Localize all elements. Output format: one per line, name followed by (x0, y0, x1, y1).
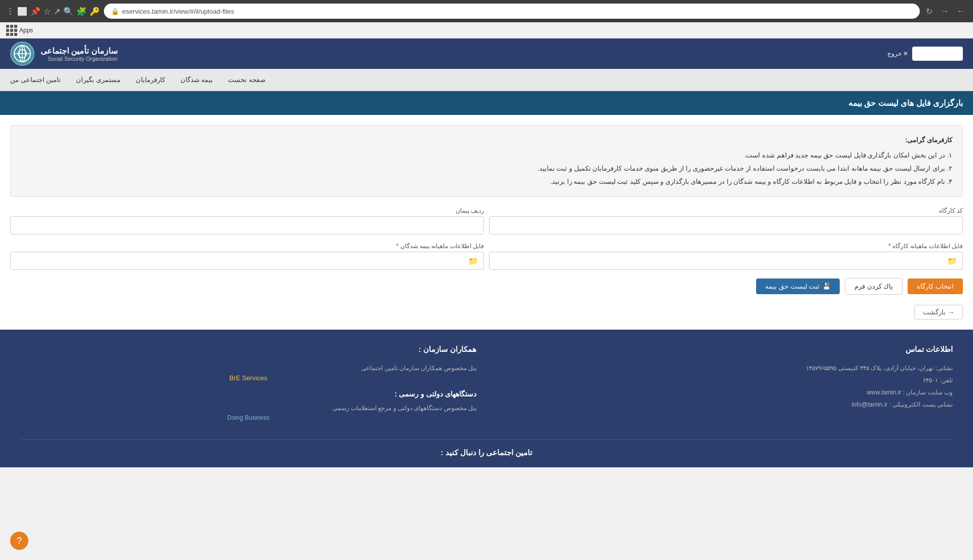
colleagues-sub1: پنل مخصوص همکاران سازمان تامین اجتماعی B… (20, 362, 476, 382)
browser-chrome: ← → ↻ 🔒 eservices.tamin.ir/view/#/il/upl… (0, 0, 973, 22)
share-icon: ↗ (54, 7, 60, 16)
address-label: نشانی: (935, 365, 953, 372)
info-line-2: ۲. برای ارسال لیست حق بیمه ماهانه ابتدا … (21, 162, 952, 175)
pin-icon: 📌 (30, 7, 41, 16)
form-group-workshop-file: فایل اطلاعات ماهیانه کارگاه * 📁 (489, 243, 963, 270)
browser-toolbar: 🔑 🧩 🔍 ↗ ☆ 📌 ⬜ ⋮ (6, 7, 100, 16)
lock-icon: 🔒 (111, 8, 119, 15)
nav-item-insured[interactable]: بیمه شدگان (180, 70, 213, 90)
contact-phone: تلفن: ۶۴۵۰۱ (497, 374, 953, 386)
logout-section: ✕ خروج (887, 47, 963, 61)
nav-item-home[interactable]: صفحه نخست (228, 70, 266, 90)
contact-address: نشانی: تهران، خیابان آزادی، پلاک ۳۴۵ کدپ… (497, 362, 953, 374)
page-title: بارگزاری فایل های لیست حق بیمه (848, 99, 963, 107)
form-group-insured-file: فایل اطلاعات ماهیانه بیمه شدگان * 📁 (10, 243, 484, 270)
form-row-files: فایل اطلاعات ماهیانه کارگاه * 📁 فایل اطل… (10, 243, 963, 270)
colleagues-link1[interactable]: BrE Services (20, 374, 476, 382)
logo-section: سازمان تأمین اجتماعی Social Security Org… (10, 42, 118, 66)
contact-website: وب سایت سازمان : www.tamin.ir (497, 386, 953, 398)
extensions-icon: 🧩 (77, 7, 87, 16)
menu-icon[interactable]: ⋮ (6, 7, 14, 16)
colleagues-title: همکاران سازمان : (20, 345, 476, 354)
workshop-file-input[interactable]: 📁 (489, 252, 963, 270)
site-footer: اطلاعات تماس نشانی: تهران، خیابان آزادی،… (0, 330, 973, 467)
select-workshop-label: انتخاب کارگاه (917, 283, 954, 290)
refresh-button[interactable]: ↻ (924, 5, 934, 18)
register-btn[interactable]: 💾 ثبت لیست حق بیمه (756, 278, 840, 294)
bookmark-icon: ☆ (44, 7, 51, 16)
site-header: ✕ خروج سازمان تأمین اجتماعی Social Secur… (0, 38, 973, 69)
zoom-icon: 🔍 (63, 7, 73, 16)
workshop-file-label: فایل اطلاعات ماهیانه کارگاه * (489, 243, 963, 250)
government-subtitle1: پنل مخصوص دستگاههای دولتی و مرجع استعلام… (20, 402, 476, 414)
contact-title: اطلاعات تماس (497, 345, 953, 354)
logout-button[interactable]: ✕ خروج (887, 50, 908, 57)
contract-row-input[interactable] (10, 216, 484, 234)
select-workshop-btn[interactable]: انتخاب کارگاه (908, 278, 963, 294)
insured-file-input[interactable]: 📁 (10, 252, 484, 270)
contract-row-label: ردیف پیمان (10, 207, 484, 214)
form-group-contract-row: ردیف پیمان (10, 207, 484, 234)
insured-file-label: فایل اطلاعات ماهیانه بیمه شدگان * (10, 243, 484, 250)
colleagues-subtitle1: پنل مخصوص همکاران سازمان تامین اجتماعی (20, 362, 476, 374)
apps-button[interactable]: Apps (6, 25, 33, 36)
bookmarks-bar: Apps (0, 22, 973, 38)
clear-label: پاك كردن فرم (854, 283, 893, 290)
url-text: eservices.tamin.ir/view/#/il/upload-file… (122, 8, 234, 15)
government-subtitle: دستگاههای دولتی و رسمی : (20, 390, 476, 398)
government-link1[interactable]: Doing Business (20, 414, 476, 421)
contact-email: نشانی پست الکترونیکی : info@tamin.ir (497, 398, 953, 411)
address-value: تهران، خیابان آزادی، پلاک ۳۴۵ کدپستی ۱۴۵… (806, 365, 933, 372)
upload-form: کد کارگاه ردیف پیمان فایل اطلاعات ماهیان… (0, 207, 973, 319)
back-arrow: → (948, 308, 954, 316)
government-sub1: پنل مخصوص دستگاههای دولتی و مرجع استعلام… (20, 402, 476, 421)
phone-label: تلفن: (940, 377, 953, 384)
clear-form-btn[interactable]: پاك كردن فرم (845, 278, 903, 295)
apps-grid-icon (6, 25, 17, 36)
info-box: کارفرمای گرامی: ۱. در این بخش امکان بارگ… (10, 125, 963, 197)
password-icon: 🔑 (90, 7, 100, 16)
page-title-bar: بارگزاری فایل های لیست حق بیمه (0, 91, 973, 115)
workshop-code-input[interactable] (489, 216, 963, 234)
register-label: ثبت لیست حق بیمه (765, 283, 819, 290)
back-label: بازگشت (923, 308, 946, 316)
org-name-en: Social Security Organization (41, 56, 118, 62)
username-input[interactable] (912, 47, 963, 61)
page-content: بارگزاری فایل های لیست حق بیمه کارفرمای … (0, 91, 973, 330)
folder-icon-workshop: 📁 (947, 256, 957, 266)
back-row: → بازگشت (10, 305, 963, 319)
main-nav: صفحه نخست بیمه شدگان کارفرمایان مستمری ب… (0, 69, 973, 91)
forward-button[interactable]: → (939, 5, 951, 18)
email-label: نشانی پست الکترونیکی : (889, 401, 953, 408)
folder-icon-insured: 📁 (468, 256, 478, 266)
logo-icon (10, 42, 34, 66)
org-name-fa: سازمان تأمین اجتماعی (41, 46, 118, 56)
nav-item-my-social[interactable]: تامین اجتماعی من (10, 70, 61, 90)
info-greeting: کارفرمای گرامی: (21, 134, 952, 147)
org-name-text: سازمان تأمین اجتماعی Social Security Org… (41, 46, 118, 62)
form-row-codes: کد کارگاه ردیف پیمان (10, 207, 963, 234)
email-value: info@tamin.ir (851, 401, 887, 408)
website-value: www.tamin.ir (867, 389, 901, 396)
url-bar[interactable]: 🔒 eservices.tamin.ir/view/#/il/upload-fi… (104, 4, 920, 19)
nav-item-pensioners[interactable]: مستمری بگیران (76, 70, 121, 90)
footer-grid: اطلاعات تماس نشانی: تهران، خیابان آزادی،… (20, 345, 953, 429)
apps-label: Apps (19, 27, 33, 34)
register-icon: 💾 (822, 283, 831, 290)
info-line-1: ۱. در این بخش امکان بارگذاری فایل لیست ح… (21, 149, 952, 162)
back-button[interactable]: ← (955, 5, 967, 18)
workshop-code-label: کد کارگاه (489, 207, 963, 214)
website-label: وب سایت سازمان : (903, 389, 953, 396)
phone-value: ۶۴۵۰۱ (923, 377, 938, 384)
social-title: تامین اجتماعی را دنبال کنید : (20, 439, 953, 457)
nav-item-employers[interactable]: کارفرمایان (136, 70, 165, 90)
footer-contact: اطلاعات تماس نشانی: تهران، خیابان آزادی،… (497, 345, 953, 429)
form-group-workshop-code: کد کارگاه (489, 207, 963, 234)
back-btn[interactable]: → بازگشت (914, 305, 963, 319)
footer-colleagues: همکاران سازمان : پنل مخصوص همکاران سازما… (20, 345, 476, 429)
form-buttons: 💾 ثبت لیست حق بیمه پاك كردن فرم انتخاب ک… (10, 278, 963, 295)
window-icon: ⬜ (17, 7, 27, 16)
info-line-3: ۳. نام کارگاه مورد نظر را انتخاب و فایل … (21, 175, 952, 188)
